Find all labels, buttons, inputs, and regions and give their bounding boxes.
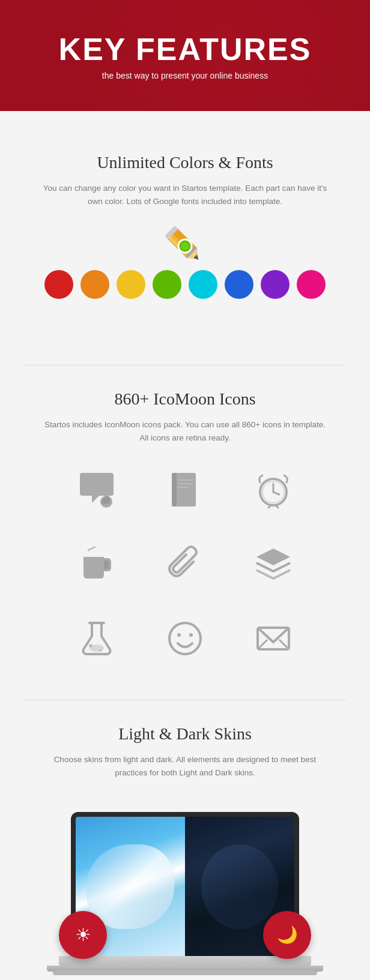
alarm-icon-cell xyxy=(235,458,311,521)
hero-title: KEY FEATURES xyxy=(59,31,312,67)
green-circle xyxy=(153,270,181,299)
blue-circle xyxy=(225,270,253,299)
flask-icon-cell xyxy=(59,607,135,670)
flask-icon xyxy=(77,619,116,658)
book-icon xyxy=(166,470,204,509)
cyan-circle xyxy=(189,270,217,299)
coffee-icon xyxy=(77,545,116,583)
svg-point-26 xyxy=(169,623,201,654)
smile-icon xyxy=(166,619,204,658)
pencil-wrap xyxy=(36,222,334,270)
paperclip-icon xyxy=(166,545,204,583)
svg-line-18 xyxy=(273,492,279,495)
skins-title: Light & Dark Skins xyxy=(36,724,334,744)
color-circles-row xyxy=(36,270,334,299)
pink-circle xyxy=(297,270,326,299)
hero-subtitle: the best way to present your online busi… xyxy=(102,71,268,80)
layers-icon xyxy=(254,545,293,583)
sun-icon: ☀ xyxy=(75,924,91,945)
svg-point-27 xyxy=(177,633,181,637)
laptop-frame-wrap: ☀ 🌙 xyxy=(71,812,299,980)
icons-grid xyxy=(59,458,311,670)
skins-desc: Choose skins from light and dark. All el… xyxy=(41,753,329,779)
svg-line-31 xyxy=(279,640,289,649)
light-skin-button[interactable]: ☀ xyxy=(59,911,107,959)
mail-icon-cell xyxy=(235,607,311,670)
svg-marker-21 xyxy=(256,549,290,565)
hero-section: KEY FEATURES the best way to present you… xyxy=(0,0,370,111)
svg-rect-11 xyxy=(172,473,177,507)
divider-1 xyxy=(24,365,346,365)
red-circle xyxy=(44,270,73,299)
chat-icon xyxy=(77,470,116,509)
mail-icon xyxy=(254,619,293,658)
book-icon-cell xyxy=(147,458,223,521)
svg-point-24 xyxy=(89,644,92,648)
svg-point-28 xyxy=(189,633,193,637)
divider-2 xyxy=(24,700,346,700)
laptop-illustration: ☀ 🌙 xyxy=(36,794,334,980)
orange-circle xyxy=(80,270,109,299)
icons-section: 860+ IcoMoon Icons Startos includes Icon… xyxy=(24,371,346,694)
laptop-base xyxy=(59,956,311,967)
smile-icon-cell xyxy=(147,607,223,670)
svg-line-30 xyxy=(258,640,267,649)
colors-title: Unlimited Colors & Fonts xyxy=(36,153,334,172)
pencil-icon xyxy=(161,222,209,270)
svg-rect-10 xyxy=(174,473,196,507)
coffee-icon-cell xyxy=(59,533,135,595)
yellow-circle xyxy=(117,270,145,299)
main-content: Unlimited Colors & Fonts You can change … xyxy=(0,111,370,980)
skins-section: Light & Dark Skins Choose skins from lig… xyxy=(24,706,346,980)
svg-point-25 xyxy=(99,649,102,652)
colors-section: Unlimited Colors & Fonts You can change … xyxy=(24,135,346,359)
laptop-stand xyxy=(53,970,317,975)
alarm-icon xyxy=(254,470,293,509)
moon-icon: 🌙 xyxy=(277,925,298,945)
pencil-and-colors xyxy=(36,222,334,299)
colors-desc: You can change any color you want in Sta… xyxy=(41,182,329,208)
purple-circle xyxy=(261,270,290,299)
paperclip-icon-cell xyxy=(147,533,223,595)
chat-icon-cell xyxy=(59,458,135,521)
icons-title: 860+ IcoMoon Icons xyxy=(36,389,334,409)
icons-desc: Startos includes IconMoon icons pack. Yo… xyxy=(41,418,329,444)
layers-icon-cell xyxy=(235,533,311,595)
dark-skin-button[interactable]: 🌙 xyxy=(263,911,311,959)
